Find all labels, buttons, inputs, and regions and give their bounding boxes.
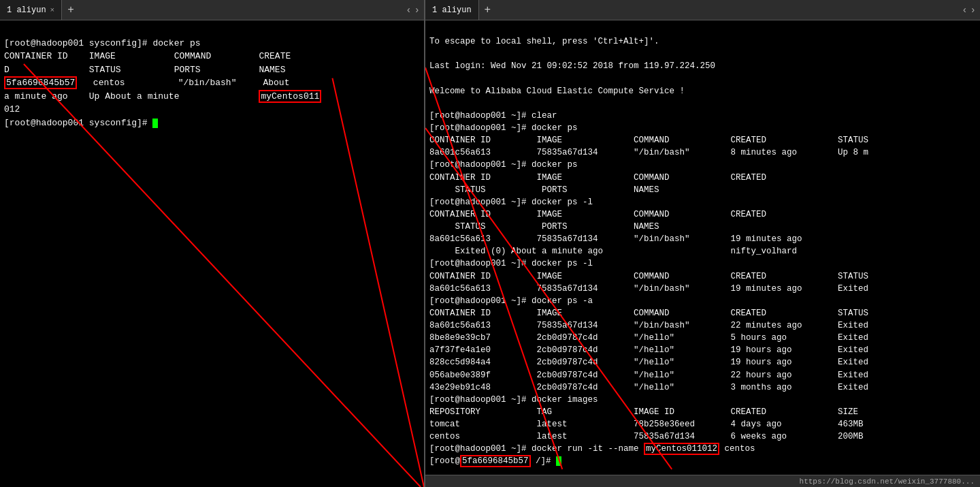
status-url: https://blog.csdn.net/weixin_3777880... <box>800 477 975 486</box>
right-tab-label: 1 aliyun <box>432 5 472 15</box>
left-tab-bar: 1 aliyun × + ‹ › <box>0 0 424 20</box>
left-line-7: [root@hadoop001 sysconfig]# <box>4 118 158 128</box>
right-line-dockerpsa: [root@hadoop001 ~]# docker ps -a <box>429 296 593 306</box>
right-tab-aliyun[interactable]: 1 aliyun <box>425 0 479 20</box>
right-line-header1: CONTAINER ID IMAGE COMMAND CREATED STATU… <box>429 136 868 145</box>
right-line-row5b: 8be8e9e39cb7 2cb0d9787c4d "/hello" 5 hou… <box>429 333 868 343</box>
right-line-row3a: 8a601c56a613 75835a67d134 "/bin/bash" 19… <box>429 234 802 244</box>
right-line-dockerpsl1: [root@hadoop001 ~]# docker ps -l <box>429 198 593 207</box>
right-nav-prev[interactable]: ‹ <box>962 5 967 16</box>
left-line-5: a minute ago Up About a minute myCentos0… <box>4 90 321 103</box>
left-line-6: 012 <box>4 104 20 114</box>
right-line-row4: 8a601c56a613 75835a67d134 "/bin/bash" 19… <box>429 284 868 294</box>
right-line-header3a: CONTAINER ID IMAGE COMMAND CREATED <box>429 210 766 219</box>
right-line-img2: centos latest 75835a67d134 6 weeks ago 2… <box>429 432 864 441</box>
right-terminal-content[interactable]: To escape to local shell, press 'Ctrl+Al… <box>425 20 980 475</box>
right-line-dockerps1: [root@hadoop001 ~]# docker ps <box>429 123 578 133</box>
left-terminal-pane[interactable]: 1 aliyun × + ‹ › [root@hadoop001 sysconf… <box>0 0 425 487</box>
left-tab-close[interactable]: × <box>50 6 55 14</box>
right-line-row5a: 8a601c56a613 75835a67d134 "/bin/bash" 22… <box>429 321 868 330</box>
right-line-header4: CONTAINER ID IMAGE COMMAND CREATED STATU… <box>429 272 868 281</box>
left-nav-prev[interactable]: ‹ <box>406 5 411 16</box>
right-line-img1: tomcat latest 78b258e36eed 4 days ago 46… <box>429 420 864 429</box>
right-nav-next[interactable]: › <box>970 5 976 16</box>
right-line-dockerrun: [root@hadoop001 ~]# docker run -it --nam… <box>429 443 755 455</box>
right-line-dockerpsl2: [root@hadoop001 ~]# docker ps -l <box>429 259 593 268</box>
right-tab-add[interactable]: + <box>479 4 497 16</box>
left-line-1: [root@hadoop001 sysconfig]# docker ps <box>4 38 201 48</box>
right-line-imgheader: REPOSITORY TAG IMAGE ID CREATED SIZE <box>429 407 858 417</box>
right-line-header5: CONTAINER ID IMAGE COMMAND CREATED STATU… <box>429 309 868 318</box>
right-line-row5d: 828cc5d984a4 2cb0d9787c4d "/hello" 19 ho… <box>429 358 868 367</box>
left-nav-next[interactable]: › <box>414 5 420 16</box>
left-line-2: CONTAINER ID IMAGE COMMAND CREATE <box>4 51 291 61</box>
left-terminal-content[interactable]: [root@hadoop001 sysconfig]# docker ps CO… <box>0 20 424 487</box>
right-line-row5f: 43e29eb91c48 2cb0d9787c4d "/hello" 3 mon… <box>429 383 868 392</box>
right-line-header3b: STATUS PORTS NAMES <box>429 222 659 232</box>
right-tab-bar: 1 aliyun + ‹ › <box>425 0 980 20</box>
svg-line-0 <box>332 78 424 487</box>
right-line-header2b: STATUS PORTS NAMES <box>429 185 659 195</box>
right-line-row5c: a7f37fe4a1e0 2cb0d9787c4d "/hello" 19 ho… <box>429 345 868 355</box>
right-line-header2a: CONTAINER ID IMAGE COMMAND CREATED <box>429 173 766 183</box>
right-line-row5e: 056abe0e389f 2cb0d9787c4d "/hello" 22 ho… <box>429 371 868 380</box>
left-tab-add[interactable]: + <box>62 4 80 16</box>
left-line-4: 5fa6696845b57 centos "/bin/bash" About <box>4 76 289 89</box>
left-tab-label: 1 aliyun <box>7 5 46 15</box>
right-line-dockerps2: [root@hadoop001 ~]# docker ps <box>429 160 578 170</box>
right-terminal-pane[interactable]: 1 aliyun + ‹ › To escape to local shell,… <box>425 0 980 487</box>
right-line-welcome: Welcome to Alibaba Cloud Elastic Compute… <box>429 87 685 96</box>
right-line-prompt: [root@5fa6696845b57 /]# <box>429 456 561 466</box>
left-tab-nav: ‹ › <box>402 5 424 16</box>
right-tab-nav: ‹ › <box>958 5 980 16</box>
right-line-clear: [root@hadoop001 ~]# clear <box>429 111 557 121</box>
left-line-3: D STATUS PORTS NAMES <box>4 65 285 75</box>
right-line-row3b: Exited (0) About a minute ago nifty_volh… <box>429 247 797 256</box>
status-bar: https://blog.csdn.net/weixin_3777880... <box>425 475 980 487</box>
right-line-dockerimages: [root@hadoop001 ~]# docker images <box>429 395 598 405</box>
right-line-escape: To escape to local shell, press 'Ctrl+Al… <box>429 37 659 46</box>
right-line-row1: 8a601c56a613 75835a67d134 "/bin/bash" 8 … <box>429 148 868 157</box>
right-line-lastlogin: Last login: Wed Nov 21 09:02:52 2018 fro… <box>429 61 715 71</box>
left-tab-aliyun[interactable]: 1 aliyun × <box>0 0 62 20</box>
